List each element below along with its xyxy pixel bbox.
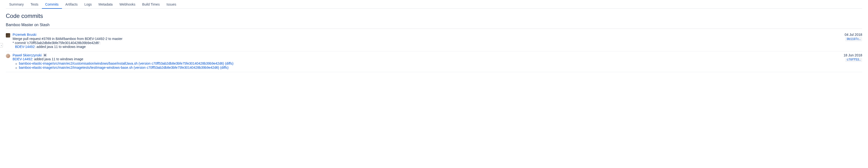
commit-author-link[interactable]: Przemek Bruski (12, 33, 36, 37)
avatar (6, 33, 10, 37)
commit-hash-link[interactable]: 0b1107c… (845, 37, 862, 41)
issue-link[interactable]: BDEV-14492 (15, 45, 35, 49)
tab-summary[interactable]: Summary (6, 0, 27, 9)
commit-date: 04 Jul 2018 (845, 33, 862, 37)
commit-row: Paweł Skierczynski M BDEV-14492: added j… (6, 51, 862, 72)
commit-issue-suffix: : added java 11 to windows image (32, 57, 83, 61)
tab-artifacts[interactable]: Artifacts (62, 0, 81, 9)
commit-issue-suffix: : added java 11 to windows image (35, 45, 86, 49)
merge-badge: M (43, 53, 47, 57)
file-link[interactable]: bamboo-elastic-image/src/main/ec2/custom… (19, 62, 224, 65)
chevron-right-icon: › (1, 44, 2, 47)
tab-bar: Summary Tests Commits Artifacts Logs Met… (6, 0, 862, 9)
diffs-link[interactable]: (diffs) (220, 66, 228, 69)
commit-author-link[interactable]: Paweł Skierczynski (12, 53, 42, 57)
changed-files-list: bamboo-elastic-image/src/main/ec2/custom… (12, 62, 839, 69)
commit-date: 18 Jun 2018 (843, 53, 862, 57)
tab-logs[interactable]: Logs (81, 0, 95, 9)
page-title: Code commits (6, 12, 862, 20)
list-item: bamboo-elastic-image/src/main/ec2/custom… (15, 62, 839, 65)
tab-commits[interactable]: Commits (42, 0, 62, 9)
commit-sub-line: * commit 'c70ff53ab2db8e3bfe75fe30140428… (12, 41, 840, 45)
commit-row: Przemek Bruski Merge pull request #3769 … (6, 31, 862, 51)
commit-message: Merge pull request #3769 in BAM/bamboo f… (12, 37, 840, 41)
tab-webhooks[interactable]: Webhooks (116, 0, 139, 9)
issue-link[interactable]: BDEV-14492 (12, 57, 32, 61)
section-title: Bamboo Master on Stash (6, 23, 862, 29)
commit-hash-link[interactable]: c70ff53… (845, 58, 862, 62)
file-link[interactable]: bamboo-elastic-image/src/main/ec2/imaget… (19, 66, 219, 69)
tab-issues[interactable]: Issues (163, 0, 180, 9)
expand-sidebar-handle[interactable]: › (0, 43, 3, 47)
list-item: bamboo-elastic-image/src/main/ec2/imaget… (15, 66, 839, 69)
tab-metadata[interactable]: Metadata (95, 0, 116, 9)
tab-build-times[interactable]: Build Times (139, 0, 163, 9)
diffs-link[interactable]: (diffs) (225, 62, 234, 65)
avatar (6, 54, 10, 58)
tab-tests[interactable]: Tests (27, 0, 42, 9)
